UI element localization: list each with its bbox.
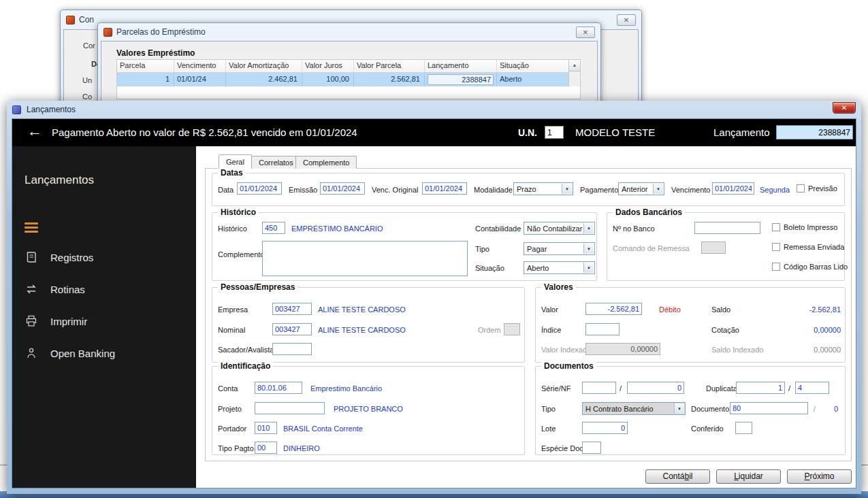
duplicata-total-input[interactable] (795, 382, 829, 394)
lancamento-label: Lançamento (713, 127, 770, 138)
sidebar-item-rotinas[interactable]: Rotinas (12, 278, 196, 301)
vencimento-input[interactable] (712, 182, 754, 195)
close-icon[interactable]: ✕ (833, 102, 856, 114)
sidebar-item-registros[interactable]: Registros (12, 246, 196, 269)
cell-lancamento: 2388847 (425, 73, 497, 86)
boleto-impresso-checkbox[interactable]: Boleto Impresso (772, 223, 837, 231)
sidebar-item-imprimir[interactable]: Imprimir (12, 310, 196, 333)
lancamento-number-input[interactable] (776, 125, 853, 139)
main-titlebar: Lançamentos ✕ (7, 101, 861, 118)
group-legend: Documentos (541, 361, 596, 371)
group-identificacao: Identificação Conta Emprestimo Bancário … (212, 366, 525, 455)
complemento-textarea[interactable] (262, 241, 468, 276)
valores-emprestimo-title: Valores Empréstimo (116, 48, 195, 58)
tab-complemento[interactable]: Complemento (295, 156, 357, 169)
tab-correlatos[interactable]: Correlatos (251, 156, 301, 169)
sacador-input[interactable] (272, 343, 312, 355)
column-header[interactable]: Valor Parcela (354, 60, 425, 73)
num-banco-input[interactable] (694, 222, 760, 234)
proximo-button[interactable]: Próximo (787, 469, 852, 484)
emissao-input[interactable] (320, 182, 365, 195)
desktop: Con ✕ Cor De Un Co Parcelas do Empréstim… (0, 0, 868, 498)
record-header: ← Pagamento Aberto no valor de R$ 2.562,… (12, 119, 856, 146)
column-header[interactable]: Situação (497, 60, 570, 73)
conta-label: Conta (218, 384, 238, 393)
column-header[interactable]: Lançamento (425, 60, 497, 73)
contabil-button[interactable]: Contábil (645, 469, 710, 484)
chevron-down-icon: ▼ (562, 184, 572, 194)
un-input[interactable] (545, 126, 564, 139)
projeto-input[interactable] (255, 402, 325, 414)
lote-input[interactable] (582, 422, 628, 434)
sidebar-item-open-banking[interactable]: Open Banking (12, 342, 196, 365)
pagamento-select[interactable]: Anterior▼ (618, 182, 664, 195)
debito-tag: Débito (659, 305, 681, 314)
historico-description: EMPRÉSTIMO BANCÁRIO (291, 225, 383, 233)
especie-doc-label: Espécie Doc. (541, 444, 585, 452)
column-header[interactable]: Parcela (117, 60, 174, 73)
projeto-label: Projeto (218, 405, 242, 413)
portador-label: Portador (218, 425, 246, 433)
duplicata-input[interactable] (736, 382, 785, 394)
menu-icon[interactable] (25, 222, 38, 235)
historico-code-input[interactable] (262, 222, 285, 234)
chevron-down-icon: ▼ (653, 184, 663, 194)
contabilidade-select[interactable]: Não Contabilizar▼ (524, 222, 595, 235)
serie-number-input[interactable] (627, 382, 684, 394)
remessa-enviada-checkbox[interactable]: Remessa Enviada (772, 243, 844, 251)
serie-input[interactable] (582, 382, 616, 394)
checkbox-box (772, 223, 780, 231)
tipo-select[interactable]: Pagar▼ (524, 242, 595, 255)
group-documentos: Documentos Série/NF / Duplicata / Tipo H… (535, 366, 846, 455)
liquidar-button[interactable]: Liquidar (716, 469, 781, 484)
doc-tipo-select[interactable]: H Contrato Bancário▼ (582, 402, 686, 415)
scroll-up-icon[interactable]: ▲ (569, 60, 580, 71)
comando-remessa-input (701, 242, 726, 254)
empresa-label: Empresa (218, 305, 248, 314)
cell-amortizacao: 2.462,81 (226, 73, 302, 86)
venc-original-input[interactable] (422, 182, 467, 195)
column-header[interactable]: Valor Amortização (226, 60, 302, 73)
valor-input[interactable] (585, 303, 642, 315)
saldo-indexado-label: Saldo Indexado (711, 346, 763, 354)
form-icon (66, 16, 75, 24)
column-header[interactable]: Vencimento (174, 60, 226, 73)
window-a-title: Con (79, 15, 94, 24)
saldo-indexado-value: 0,00000 (760, 346, 841, 354)
previsao-checkbox[interactable]: Previsão (797, 184, 837, 193)
table-scrollbar[interactable]: ▲ (568, 60, 580, 86)
close-icon[interactable]: ✕ (576, 27, 595, 38)
data-input[interactable] (237, 182, 282, 195)
nominal-code-input[interactable] (272, 323, 312, 335)
group-valores: Valores Valor Débito Saldo -2.562,81 Índ… (535, 287, 846, 363)
situacao-select[interactable]: Aberto▼ (524, 261, 595, 274)
parcelas-titlebar: Parcelas do Empréstimo ✕ (98, 23, 600, 41)
back-arrow-icon[interactable]: ← (27, 122, 42, 140)
tab-geral[interactable]: Geral (219, 154, 252, 169)
documento-input[interactable] (730, 402, 808, 414)
modalidade-label: Modalidade (474, 186, 513, 194)
emissao-label: Emissão (289, 186, 317, 194)
cell-valor-parcela: 2.562,81 (354, 73, 425, 86)
valor-label: Valor (541, 305, 558, 314)
portador-input[interactable] (255, 422, 277, 434)
empresa-description: ALINE TESTE CARDOSO (318, 305, 406, 314)
column-header[interactable]: Valor Juros (302, 60, 354, 73)
record-summary: Pagamento Aberto no valor de R$ 2.562,81… (52, 127, 357, 138)
close-icon[interactable]: ✕ (617, 14, 636, 26)
conta-description: Emprestimo Bancário (310, 384, 382, 393)
tipo-pagto-input[interactable] (255, 442, 277, 454)
empresa-code-input[interactable] (272, 303, 312, 315)
checkbox-box (797, 184, 805, 193)
conta-input[interactable] (255, 382, 302, 394)
ordem-label: Ordem (478, 326, 501, 334)
modalidade-select[interactable]: Prazo▼ (513, 182, 573, 195)
tipo-label: Tipo (475, 245, 489, 253)
table-row-selected[interactable]: 1 01/01/24 2.462,81 100,00 2.562,81 2388… (117, 73, 580, 86)
documento-separator: / (814, 405, 816, 413)
codigo-barras-checkbox[interactable]: Código Barras Lido (772, 263, 848, 271)
especie-doc-input[interactable] (582, 442, 601, 454)
valor-indexado-input (585, 343, 660, 355)
indice-input[interactable] (585, 323, 620, 335)
conferido-input[interactable] (735, 422, 752, 434)
